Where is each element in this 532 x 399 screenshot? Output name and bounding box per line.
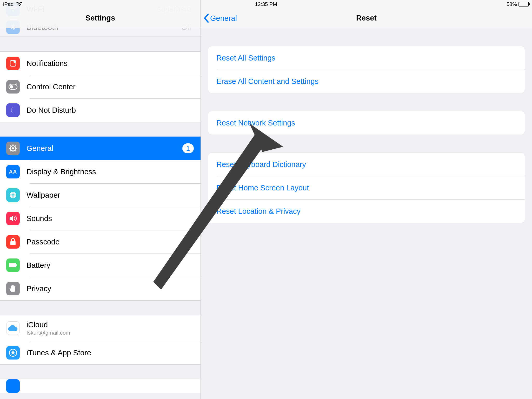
svg-point-22 [14,194,15,194]
erase-all-content[interactable]: Erase All Content and Settings [208,70,525,93]
reset-action-label: Reset Home Screen Layout [216,184,516,192]
sidebar-item-label: Display & Brightness [26,168,194,176]
next-group-icon [6,379,20,393]
svg-line-11 [15,145,16,147]
sidebar-item-label: Do Not Disturb [26,106,194,115]
svg-point-3 [10,85,13,89]
reset-group-1: Reset All Settings Erase All Content and… [208,46,525,93]
sidebar-group-general: General 1 AA Display & Brightness Wallpa… [0,136,201,301]
svg-line-9 [10,145,11,147]
sidebar-item-general[interactable]: General 1 [0,137,201,160]
sidebar-item-label: Privacy [26,284,194,293]
speaker-icon [6,212,20,225]
general-badge: 1 [182,143,194,153]
svg-point-1 [14,60,16,63]
moon-icon [6,103,20,117]
sidebar-item-do-not-disturb[interactable]: Do Not Disturb [0,98,201,122]
sidebar-item-label: General [26,144,182,153]
wallpaper-icon [6,188,20,202]
sidebar-group-notifications: Notifications Control Center Do Not Dist… [0,51,201,122]
svg-point-21 [14,196,15,197]
hand-icon [6,282,20,295]
status-carrier: iPad [3,1,14,7]
battery-icon [518,2,529,6]
sidebar-item-label: Passcode [26,238,194,246]
sidebar-item-label: iTunes & App Store [26,349,194,357]
back-label: General [210,14,237,23]
sidebar-item-label: Wallpaper [26,191,194,200]
svg-point-18 [11,195,12,196]
gear-icon [6,142,20,155]
sidebar-item-privacy[interactable]: Privacy [0,277,201,300]
sidebar-item-label: Notifications [26,59,194,68]
sidebar-title: Settings [85,14,115,22]
svg-point-16 [13,193,14,194]
svg-point-23 [11,196,12,197]
sidebar-group-accounts: iCloud fskurt@gmail.com iTunes & App Sto… [0,315,201,365]
sidebar-item-notifications[interactable]: Notifications [0,52,201,75]
reset-action-label: Reset Keyboard Dictionary [216,160,516,169]
detail-title: Reset [356,14,377,22]
sidebar-item-display-brightness[interactable]: AA Display & Brightness [0,160,201,183]
reset-group-2: Reset Network Settings [208,111,525,135]
appstore-icon [6,346,20,360]
lock-icon [6,235,20,249]
reset-action-label: Reset Network Settings [216,119,516,127]
svg-line-10 [15,150,16,151]
svg-point-13 [12,147,14,149]
svg-rect-24 [10,241,16,245]
sidebar-item-next[interactable] [0,379,201,393]
detail-pane: General Reset Reset All Settings Erase A… [201,0,532,399]
sidebar-item-label: Sounds [26,214,194,223]
reset-keyboard-dictionary[interactable]: Reset Keyboard Dictionary [208,153,525,176]
svg-rect-26 [16,264,17,266]
battery-icon [6,258,20,272]
svg-rect-25 [9,263,16,267]
svg-point-17 [13,197,14,197]
svg-point-20 [11,194,12,194]
sidebar-item-label: iCloud [26,321,194,329]
sidebar-item-sounds[interactable]: Sounds [0,207,201,230]
sidebar-item-label: Control Center [26,83,194,91]
svg-line-12 [10,150,11,151]
svg-point-15 [13,195,14,196]
reset-action-label: Erase All Content and Settings [216,77,516,86]
sidebar-item-control-center[interactable]: Control Center [0,75,201,98]
sidebar-item-label: Battery [26,261,194,270]
reset-home-screen-layout[interactable]: Reset Home Screen Layout [208,176,525,200]
sidebar-item-icloud[interactable]: iCloud fskurt@gmail.com [0,315,201,341]
reset-group-3: Reset Keyboard Dictionary Reset Home Scr… [208,153,525,223]
sidebar-item-itunes-appstore[interactable]: iTunes & App Store [0,341,201,364]
status-battery-text: 58% [507,1,517,7]
icloud-icon [6,321,20,335]
sidebar-item-battery[interactable]: Battery [0,254,201,277]
reset-action-label: Reset Location & Privacy [216,207,516,216]
reset-network-settings[interactable]: Reset Network Settings [208,111,525,135]
settings-sidebar: Wi-Fi superhero Bluetooth Off Settings [0,0,201,399]
wifi-status-icon [16,2,22,6]
svg-point-19 [15,195,15,196]
icloud-account-email: fskurt@gmail.com [26,330,194,336]
sidebar-item-wallpaper[interactable]: Wallpaper [0,183,201,207]
chevron-left-icon [203,14,209,23]
reset-all-settings[interactable]: Reset All Settings [208,46,525,70]
status-bar: iPad 12:35 PM 58% [0,0,532,8]
status-time: 12:35 PM [255,1,277,7]
sidebar-item-passcode[interactable]: Passcode [0,230,201,254]
reset-action-label: Reset All Settings [216,54,516,62]
text-size-icon: AA [6,165,20,178]
control-center-icon [6,80,20,94]
reset-location-privacy[interactable]: Reset Location & Privacy [208,200,525,223]
notifications-icon [6,57,20,70]
back-button[interactable]: General [203,8,237,28]
